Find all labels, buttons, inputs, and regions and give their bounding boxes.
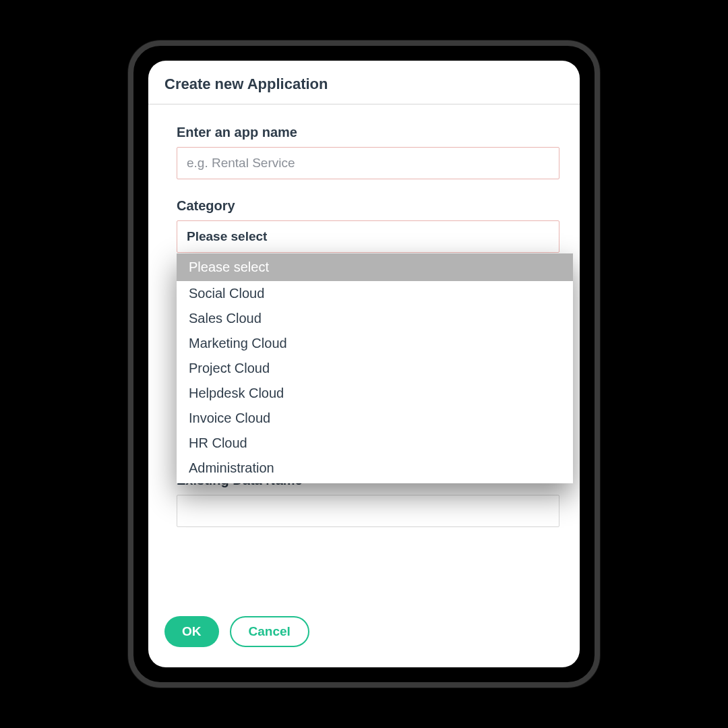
category-option-marketing-cloud[interactable]: Marketing Cloud (177, 331, 573, 356)
category-option-helpdesk-cloud[interactable]: Helpdesk Cloud (177, 381, 573, 406)
tablet-frame: Create new Application Enter an app name… (128, 40, 600, 688)
category-select[interactable]: Please select (177, 220, 559, 253)
category-option-project-cloud[interactable]: Project Cloud (177, 356, 573, 381)
category-label: Category (177, 198, 559, 214)
field-app-name: Enter an app name (177, 125, 559, 179)
dialog-screen: Create new Application Enter an app name… (148, 61, 580, 667)
field-category: Category Please select Please select Soc… (177, 198, 559, 428)
form-area: Enter an app name Category Please select… (148, 104, 580, 616)
category-option-hr-cloud[interactable]: HR Cloud (177, 431, 573, 456)
dialog-title-bar: Create new Application (148, 61, 580, 104)
cancel-button[interactable]: Cancel (230, 616, 309, 647)
app-name-label: Enter an app name (177, 125, 559, 140)
category-option-sales-cloud[interactable]: Sales Cloud (177, 306, 573, 331)
category-dropdown: Please select Social Cloud Sales Cloud M… (177, 253, 573, 483)
dialog-title: Create new Application (164, 75, 564, 93)
category-option-invoice-cloud[interactable]: Invoice Cloud (177, 406, 573, 431)
existing-data-input[interactable] (177, 495, 559, 527)
category-option-administration[interactable]: Administration (177, 456, 573, 481)
category-selected-value: Please select (187, 229, 267, 244)
category-option-please-select[interactable]: Please select (177, 253, 573, 281)
app-name-input[interactable] (177, 147, 559, 179)
ok-button[interactable]: OK (164, 616, 219, 647)
category-option-social-cloud[interactable]: Social Cloud (177, 281, 573, 306)
dialog-footer: OK Cancel (148, 616, 580, 667)
